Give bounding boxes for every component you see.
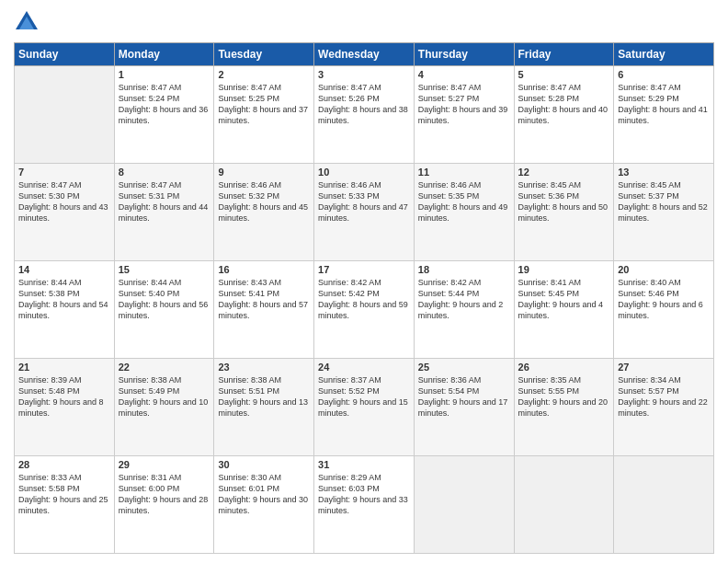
calendar-cell: 26Sunrise: 8:35 AMSunset: 5:55 PMDayligh… xyxy=(514,359,614,456)
day-number: 19 xyxy=(518,264,610,275)
calendar-cell: 30Sunrise: 8:30 AMSunset: 6:01 PMDayligh… xyxy=(214,456,314,554)
calendar-cell: 3Sunrise: 8:47 AMSunset: 5:26 PMDaylight… xyxy=(314,66,415,164)
cell-info: Sunrise: 8:31 AMSunset: 6:00 PMDaylight:… xyxy=(119,472,210,517)
calendar-cell: 22Sunrise: 8:38 AMSunset: 5:49 PMDayligh… xyxy=(114,359,214,456)
cell-info: Sunrise: 8:41 AMSunset: 5:45 PMDaylight:… xyxy=(518,277,610,322)
calendar-cell: 4Sunrise: 8:47 AMSunset: 5:27 PMDaylight… xyxy=(414,66,514,164)
day-number: 13 xyxy=(618,167,710,178)
calendar-cell: 9Sunrise: 8:46 AMSunset: 5:32 PMDaylight… xyxy=(214,164,314,261)
day-number: 16 xyxy=(218,264,310,275)
calendar-cell: 10Sunrise: 8:46 AMSunset: 5:33 PMDayligh… xyxy=(314,164,415,261)
week-row: 1Sunrise: 8:47 AMSunset: 5:24 PMDaylight… xyxy=(15,66,714,164)
day-number: 4 xyxy=(418,69,510,80)
calendar-cell: 1Sunrise: 8:47 AMSunset: 5:24 PMDaylight… xyxy=(114,66,214,164)
day-number: 31 xyxy=(318,459,410,470)
calendar-cell: 20Sunrise: 8:40 AMSunset: 5:46 PMDayligh… xyxy=(614,261,714,359)
cell-info: Sunrise: 8:47 AMSunset: 5:29 PMDaylight:… xyxy=(618,82,710,127)
col-header-wednesday: Wednesday xyxy=(314,43,415,66)
cell-info: Sunrise: 8:34 AMSunset: 5:57 PMDaylight:… xyxy=(618,374,710,419)
calendar-cell: 8Sunrise: 8:47 AMSunset: 5:31 PMDaylight… xyxy=(114,164,214,261)
calendar-cell xyxy=(414,456,514,554)
day-number: 3 xyxy=(318,69,410,80)
calendar-cell xyxy=(15,66,115,164)
cell-info: Sunrise: 8:37 AMSunset: 5:52 PMDaylight:… xyxy=(318,374,410,419)
cell-info: Sunrise: 8:44 AMSunset: 5:40 PMDaylight:… xyxy=(119,277,210,322)
day-number: 29 xyxy=(119,459,210,470)
cell-info: Sunrise: 8:36 AMSunset: 5:54 PMDaylight:… xyxy=(418,374,510,419)
day-number: 23 xyxy=(218,362,310,373)
cell-info: Sunrise: 8:33 AMSunset: 5:58 PMDaylight:… xyxy=(18,472,110,517)
cell-info: Sunrise: 8:40 AMSunset: 5:46 PMDaylight:… xyxy=(618,277,710,322)
day-number: 6 xyxy=(618,69,710,80)
day-number: 10 xyxy=(318,167,410,178)
calendar-table: SundayMondayTuesdayWednesdayThursdayFrid… xyxy=(14,42,714,554)
logo xyxy=(14,9,43,35)
col-header-thursday: Thursday xyxy=(414,43,514,66)
cell-info: Sunrise: 8:47 AMSunset: 5:27 PMDaylight:… xyxy=(418,82,510,127)
calendar-cell: 14Sunrise: 8:44 AMSunset: 5:38 PMDayligh… xyxy=(15,261,115,359)
week-row: 7Sunrise: 8:47 AMSunset: 5:30 PMDaylight… xyxy=(15,164,714,261)
day-number: 24 xyxy=(318,362,410,373)
cell-info: Sunrise: 8:47 AMSunset: 5:25 PMDaylight:… xyxy=(218,82,310,127)
day-number: 22 xyxy=(119,362,210,373)
col-header-monday: Monday xyxy=(114,43,214,66)
header-row: SundayMondayTuesdayWednesdayThursdayFrid… xyxy=(15,43,714,66)
cell-info: Sunrise: 8:42 AMSunset: 5:42 PMDaylight:… xyxy=(318,277,410,322)
cell-info: Sunrise: 8:38 AMSunset: 5:51 PMDaylight:… xyxy=(218,374,310,419)
day-number: 11 xyxy=(418,167,510,178)
calendar-cell: 7Sunrise: 8:47 AMSunset: 5:30 PMDaylight… xyxy=(15,164,115,261)
calendar-cell: 5Sunrise: 8:47 AMSunset: 5:28 PMDaylight… xyxy=(514,66,614,164)
cell-info: Sunrise: 8:29 AMSunset: 6:03 PMDaylight:… xyxy=(318,472,410,517)
col-header-friday: Friday xyxy=(514,43,614,66)
col-header-saturday: Saturday xyxy=(614,43,714,66)
calendar-cell: 29Sunrise: 8:31 AMSunset: 6:00 PMDayligh… xyxy=(114,456,214,554)
cell-info: Sunrise: 8:45 AMSunset: 5:36 PMDaylight:… xyxy=(518,179,610,224)
day-number: 27 xyxy=(618,362,710,373)
day-number: 14 xyxy=(18,264,110,275)
cell-info: Sunrise: 8:47 AMSunset: 5:31 PMDaylight:… xyxy=(119,179,210,224)
cell-info: Sunrise: 8:46 AMSunset: 5:33 PMDaylight:… xyxy=(318,179,410,224)
day-number: 12 xyxy=(518,167,610,178)
cell-info: Sunrise: 8:44 AMSunset: 5:38 PMDaylight:… xyxy=(18,277,110,322)
cell-info: Sunrise: 8:38 AMSunset: 5:49 PMDaylight:… xyxy=(119,374,210,419)
day-number: 7 xyxy=(18,167,110,178)
day-number: 18 xyxy=(418,264,510,275)
day-number: 9 xyxy=(218,167,310,178)
day-number: 8 xyxy=(119,167,210,178)
calendar-cell: 12Sunrise: 8:45 AMSunset: 5:36 PMDayligh… xyxy=(514,164,614,261)
calendar-cell: 31Sunrise: 8:29 AMSunset: 6:03 PMDayligh… xyxy=(314,456,415,554)
calendar-cell: 11Sunrise: 8:46 AMSunset: 5:35 PMDayligh… xyxy=(414,164,514,261)
calendar-cell xyxy=(514,456,614,554)
day-number: 20 xyxy=(618,264,710,275)
day-number: 26 xyxy=(518,362,610,373)
day-number: 1 xyxy=(119,69,210,80)
cell-info: Sunrise: 8:47 AMSunset: 5:26 PMDaylight:… xyxy=(318,82,410,127)
calendar-cell: 25Sunrise: 8:36 AMSunset: 5:54 PMDayligh… xyxy=(414,359,514,456)
cell-info: Sunrise: 8:46 AMSunset: 5:32 PMDaylight:… xyxy=(218,179,310,224)
day-number: 5 xyxy=(518,69,610,80)
calendar-cell: 2Sunrise: 8:47 AMSunset: 5:25 PMDaylight… xyxy=(214,66,314,164)
calendar-cell: 17Sunrise: 8:42 AMSunset: 5:42 PMDayligh… xyxy=(314,261,415,359)
cell-info: Sunrise: 8:35 AMSunset: 5:55 PMDaylight:… xyxy=(518,374,610,419)
day-number: 15 xyxy=(119,264,210,275)
calendar-cell: 15Sunrise: 8:44 AMSunset: 5:40 PMDayligh… xyxy=(114,261,214,359)
calendar-cell: 24Sunrise: 8:37 AMSunset: 5:52 PMDayligh… xyxy=(314,359,415,456)
day-number: 2 xyxy=(218,69,310,80)
calendar-cell: 27Sunrise: 8:34 AMSunset: 5:57 PMDayligh… xyxy=(614,359,714,456)
calendar-cell: 16Sunrise: 8:43 AMSunset: 5:41 PMDayligh… xyxy=(214,261,314,359)
cell-info: Sunrise: 8:47 AMSunset: 5:28 PMDaylight:… xyxy=(518,82,610,127)
week-row: 28Sunrise: 8:33 AMSunset: 5:58 PMDayligh… xyxy=(15,456,714,554)
cell-info: Sunrise: 8:47 AMSunset: 5:24 PMDaylight:… xyxy=(119,82,210,127)
cell-info: Sunrise: 8:39 AMSunset: 5:48 PMDaylight:… xyxy=(18,374,110,419)
week-row: 14Sunrise: 8:44 AMSunset: 5:38 PMDayligh… xyxy=(15,261,714,359)
calendar-cell: 13Sunrise: 8:45 AMSunset: 5:37 PMDayligh… xyxy=(614,164,714,261)
week-row: 21Sunrise: 8:39 AMSunset: 5:48 PMDayligh… xyxy=(15,359,714,456)
calendar-cell: 6Sunrise: 8:47 AMSunset: 5:29 PMDaylight… xyxy=(614,66,714,164)
calendar-cell: 18Sunrise: 8:42 AMSunset: 5:44 PMDayligh… xyxy=(414,261,514,359)
col-header-tuesday: Tuesday xyxy=(214,43,314,66)
cell-info: Sunrise: 8:30 AMSunset: 6:01 PMDaylight:… xyxy=(218,472,310,517)
calendar-cell: 19Sunrise: 8:41 AMSunset: 5:45 PMDayligh… xyxy=(514,261,614,359)
day-number: 25 xyxy=(418,362,510,373)
header xyxy=(14,9,714,35)
day-number: 17 xyxy=(318,264,410,275)
